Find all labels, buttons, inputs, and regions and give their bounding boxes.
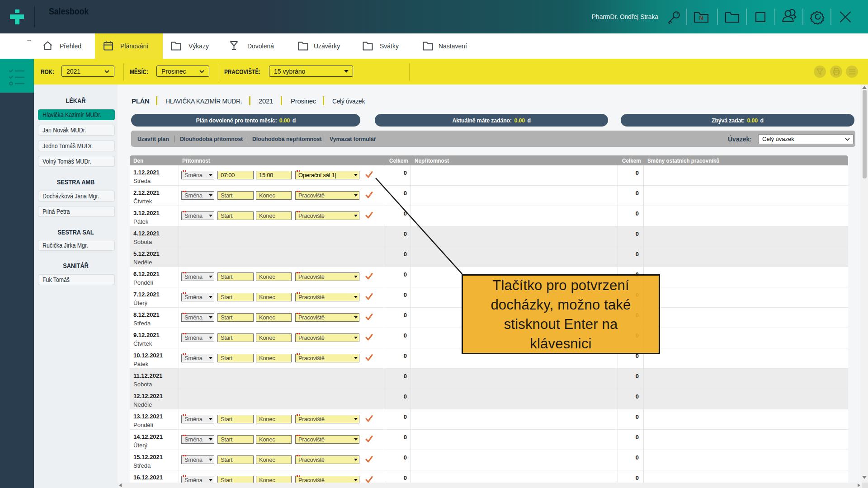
svg-text:N: N — [699, 15, 703, 21]
